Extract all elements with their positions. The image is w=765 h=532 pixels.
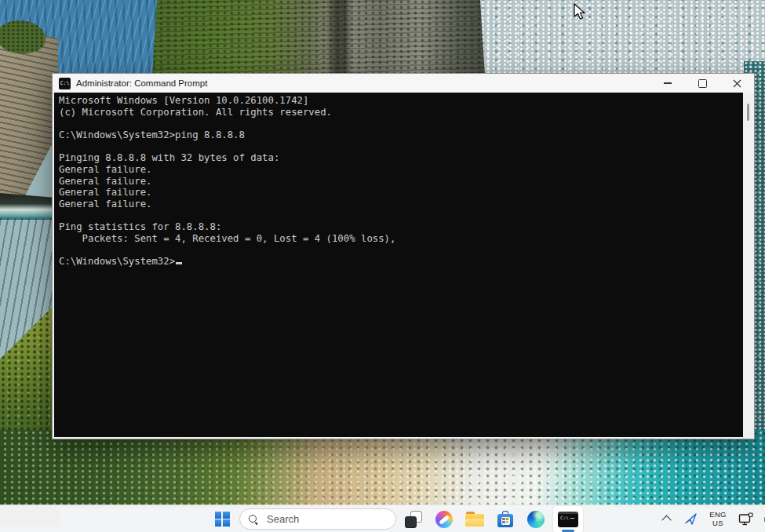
terminal-cursor	[176, 262, 182, 264]
location-arrow-icon	[684, 512, 698, 526]
terminal-line: General failure.	[59, 176, 743, 188]
maximize-icon	[698, 79, 707, 88]
copilot-button[interactable]	[431, 506, 457, 532]
chevron-up-icon	[661, 516, 672, 526]
microsoft-store-button[interactable]	[492, 506, 519, 532]
taskbar-center-group: C:\	[209, 505, 583, 532]
close-icon	[733, 79, 741, 88]
window-titlebar[interactable]: C:\ Administrator: Command Prompt	[53, 74, 754, 93]
network-status-button[interactable]	[737, 508, 756, 531]
task-view-icon	[405, 511, 422, 528]
command-prompt-window[interactable]: C:\ Administrator: Command Prompt Micros…	[52, 73, 755, 439]
language-line1: ENG	[709, 511, 727, 519]
language-line2: US	[709, 519, 727, 528]
command-prompt-taskbar-button[interactable]: C:\	[553, 506, 583, 532]
task-view-button[interactable]	[400, 506, 427, 532]
terminal-line	[59, 245, 743, 257]
taskbar: C:\ ENG US	[0, 505, 765, 532]
mouse-cursor-icon	[574, 3, 588, 24]
desktop: C:\ Administrator: Command Prompt Micros…	[0, 0, 765, 532]
edge-button[interactable]	[523, 506, 549, 532]
terminal-line: General failure.	[59, 164, 743, 176]
active-app-indicator	[562, 530, 574, 532]
search-icon	[248, 514, 259, 525]
close-button[interactable]	[719, 74, 754, 93]
location-in-use-indicator[interactable]	[682, 508, 699, 531]
terminal-line: Pinging 8.8.8.8 with 32 bytes of data:	[59, 152, 743, 164]
file-explorer-icon	[465, 512, 484, 527]
terminal-line	[59, 141, 743, 153]
cmd-window-icon: C:\	[59, 78, 71, 89]
system-tray: ENG US	[658, 505, 765, 532]
copilot-icon	[435, 511, 453, 528]
command-prompt-icon: C:\	[558, 512, 578, 527]
scrollbar-thumb[interactable]	[747, 104, 749, 121]
terminal-line: C:\Windows\System32>	[59, 256, 743, 268]
maximize-button[interactable]	[685, 74, 719, 93]
search-input[interactable]	[265, 512, 378, 526]
start-button[interactable]	[209, 506, 235, 532]
terminal-line: General failure.	[59, 187, 743, 199]
wallpaper-beach	[0, 430, 765, 508]
terminal-line: C:\Windows\System32>ping 8.8.8.8	[59, 129, 743, 141]
search-box[interactable]	[239, 508, 396, 530]
ethernet-network-icon	[738, 512, 754, 527]
show-hidden-icons-button[interactable]	[658, 508, 675, 531]
console-scrollbar[interactable]	[743, 93, 752, 437]
terminal-line: Ping statistics for 8.8.8.8:	[59, 221, 743, 233]
terminal-line: Packets: Sent = 4, Received = 0, Lost = …	[59, 233, 743, 245]
microsoft-store-icon	[497, 511, 514, 528]
terminal-line: General failure.	[59, 199, 743, 210]
terminal-line: (c) Microsoft Corporation. All rights re…	[59, 107, 743, 118]
windows-logo-icon	[215, 512, 230, 527]
console-output[interactable]: Microsoft Windows [Version 10.0.26100.17…	[54, 93, 745, 437]
wallpaper-cliff-left	[0, 25, 58, 217]
wallpaper-rock-foam	[0, 193, 56, 220]
minimize-icon	[664, 82, 672, 83]
terminal-line	[59, 210, 743, 222]
window-title: Administrator: Command Prompt	[76, 78, 207, 88]
language-indicator[interactable]: ENG US	[706, 508, 730, 531]
minimize-button[interactable]	[650, 74, 685, 93]
edge-icon	[527, 511, 545, 528]
terminal-line	[59, 118, 743, 129]
terminal-line: Microsoft Windows [Version 10.0.26100.17…	[59, 95, 743, 107]
file-explorer-button[interactable]	[461, 506, 488, 532]
